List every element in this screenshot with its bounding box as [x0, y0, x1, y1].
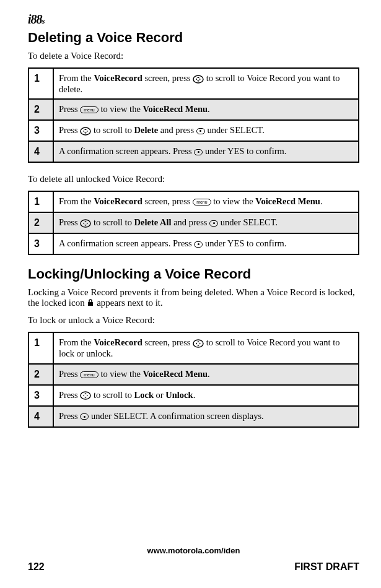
svg-point-0	[193, 76, 203, 83]
select-icon	[209, 220, 218, 227]
step-num: 3	[28, 233, 53, 254]
table-row: 2 Press menu to view the VoiceRecd Menu.	[28, 99, 359, 120]
select-icon	[194, 241, 203, 248]
lock-icon	[87, 298, 94, 309]
svg-point-4	[193, 340, 203, 347]
step-num: 2	[28, 364, 53, 385]
table-row: 4 Press under SELECT. A confirmation scr…	[28, 406, 359, 427]
svg-point-2	[81, 220, 90, 227]
step-text: A confirmation screen appears. Press und…	[53, 233, 359, 254]
steps-delete-all: 1 From the VoiceRecord screen, press men…	[28, 191, 359, 255]
step-text: Press under SELECT. A confirmation scree…	[53, 406, 359, 427]
table-row: 2 Press to scroll to Delete All and pres…	[28, 212, 359, 233]
step-text: Press to scroll to Delete All and press …	[53, 212, 359, 233]
table-row: 2 Press menu to view the VoiceRecd Menu.	[28, 364, 359, 385]
step-num: 3	[28, 385, 53, 406]
step-text: A confirmation screen appears. Press und…	[53, 141, 359, 162]
table-row: 3 Press to scroll to Delete and press un…	[28, 120, 359, 141]
intro-lock: To lock or unlock a Voice Record:	[28, 315, 359, 326]
step-text: Press to scroll to Lock or Unlock.	[53, 385, 359, 406]
nav-icon	[80, 127, 91, 136]
steps-delete-single: 1 From the VoiceRecord screen, press to …	[28, 67, 359, 163]
step-text: From the VoiceRecord screen, press to sc…	[53, 68, 359, 99]
lock-description: Locking a Voice Record prevents it from …	[28, 287, 359, 309]
step-text: From the VoiceRecord screen, press menu …	[53, 191, 359, 212]
table-row: 1 From the VoiceRecord screen, press to …	[28, 68, 359, 99]
intro-delete-single: To delete a Voice Record:	[28, 51, 359, 61]
svg-point-5	[81, 392, 90, 399]
page-number: 122	[28, 561, 45, 573]
step-num: 4	[28, 406, 53, 427]
step-num: 1	[28, 191, 53, 212]
table-row: 1 From the VoiceRecord screen, press to …	[28, 332, 359, 363]
select-icon	[196, 128, 205, 134]
logo-main: i88	[28, 12, 42, 26]
svg-point-1	[81, 128, 90, 135]
step-text: From the VoiceRecord screen, press to sc…	[53, 332, 359, 363]
nav-icon	[193, 339, 204, 348]
page-footer: www.motorola.com/iden 122 FIRST DRAFT	[28, 546, 359, 573]
table-row: 3 Press to scroll to Lock or Unlock.	[28, 385, 359, 406]
step-num: 1	[28, 332, 53, 363]
step-num: 1	[28, 68, 53, 99]
footer-url: www.motorola.com/iden	[28, 546, 359, 555]
select-icon	[80, 413, 89, 420]
steps-lock: 1 From the VoiceRecord screen, press to …	[28, 332, 359, 427]
nav-icon	[193, 75, 204, 84]
step-text: Press menu to view the VoiceRecd Menu.	[53, 364, 359, 385]
nav-icon	[80, 391, 91, 400]
step-num: 3	[28, 120, 53, 141]
table-row: 1 From the VoiceRecord screen, press men…	[28, 191, 359, 212]
table-row: 3 A confirmation screen appears. Press u…	[28, 233, 359, 254]
heading-delete: Deleting a Voice Record	[28, 30, 359, 46]
step-num: 2	[28, 212, 53, 233]
step-text: Press menu to view the VoiceRecd Menu.	[53, 99, 359, 120]
step-num: 2	[28, 99, 53, 120]
heading-lock: Locking/Unlocking a Voice Record	[28, 266, 359, 282]
intro-delete-all: To delete all unlocked Voice Record:	[28, 174, 359, 184]
nav-icon	[80, 219, 91, 228]
select-icon	[194, 149, 203, 155]
draft-label: FIRST DRAFT	[294, 561, 359, 573]
table-row: 4 A confirmation screen appears. Press u…	[28, 141, 359, 162]
device-logo: i88s	[28, 12, 359, 27]
menu-icon: menu	[193, 199, 211, 205]
menu-icon: menu	[80, 106, 99, 113]
menu-icon: menu	[80, 371, 99, 378]
svg-rect-3	[88, 302, 93, 306]
step-text: Press to scroll to Delete and press unde…	[53, 120, 359, 141]
logo-sub: s	[42, 16, 45, 25]
step-num: 4	[28, 141, 53, 162]
